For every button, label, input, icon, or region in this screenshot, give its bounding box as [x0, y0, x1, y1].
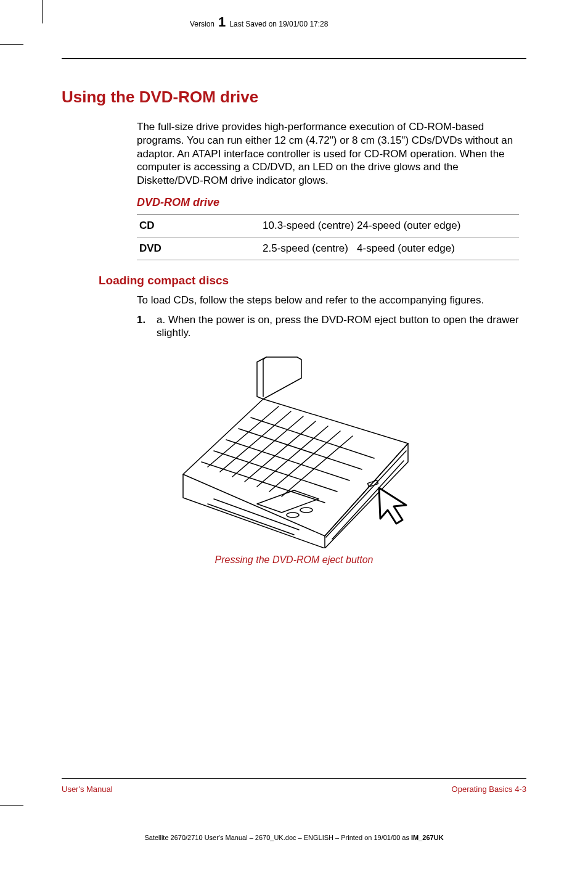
- crop-mark: [0, 44, 23, 45]
- footer-left: User's Manual: [62, 785, 113, 794]
- crop-mark: [42, 0, 43, 23]
- svg-point-2: [300, 508, 312, 513]
- step-number: 1.: [137, 313, 150, 340]
- figure: [62, 351, 526, 548]
- svg-point-1: [287, 513, 299, 517]
- version-number: 1: [218, 14, 226, 30]
- spec-label: CD: [137, 214, 260, 237]
- version-label: Version: [190, 20, 214, 28]
- top-rule: [62, 58, 526, 59]
- crop-mark: [0, 805, 23, 806]
- figure-caption: Pressing the DVD-ROM eject button: [62, 554, 526, 566]
- intro-paragraph: The full-size drive provides high-perfor…: [137, 120, 526, 187]
- spec-heading: DVD-ROM drive: [137, 196, 526, 209]
- sub-intro: To load CDs, follow the steps below and …: [137, 294, 526, 307]
- numbered-step: 1. a. When the power is on, press the DV…: [137, 313, 526, 340]
- table-row: CD 10.3-speed (centre) 24-speed (outer e…: [137, 214, 519, 237]
- table-row: DVD 2.5-speed (centre) 4-speed (outer ed…: [137, 237, 519, 260]
- subsection-heading: Loading compact discs: [99, 274, 526, 287]
- spec-table: CD 10.3-speed (centre) 24-speed (outer e…: [137, 214, 519, 260]
- imprint: Satellite 2670/2710 User's Manual – 2670…: [0, 834, 588, 841]
- last-saved: Last Saved on 19/01/00 17:28: [229, 20, 328, 28]
- footer-right: Operating Basics 4-3: [452, 785, 526, 794]
- laptop-illustration: [165, 351, 423, 548]
- spec-value: 2.5-speed (centre) 4-speed (outer edge): [260, 237, 519, 260]
- section-heading: Using the DVD-ROM drive: [62, 88, 526, 107]
- bottom-rule: [62, 778, 526, 779]
- imprint-text: Satellite 2670/2710 User's Manual – 2670…: [144, 834, 411, 841]
- page-body: Using the DVD-ROM drive The full-size dr…: [62, 58, 526, 566]
- spec-value: 10.3-speed (centre) 24-speed (outer edge…: [260, 214, 519, 237]
- imprint-code: IM_267UK: [411, 834, 444, 841]
- running-header: Version 1 Last Saved on 19/01/00 17:28: [190, 14, 328, 30]
- svg-rect-0: [367, 480, 378, 487]
- spec-label: DVD: [137, 237, 260, 260]
- step-text: a. When the power is on, press the DVD-R…: [157, 313, 526, 340]
